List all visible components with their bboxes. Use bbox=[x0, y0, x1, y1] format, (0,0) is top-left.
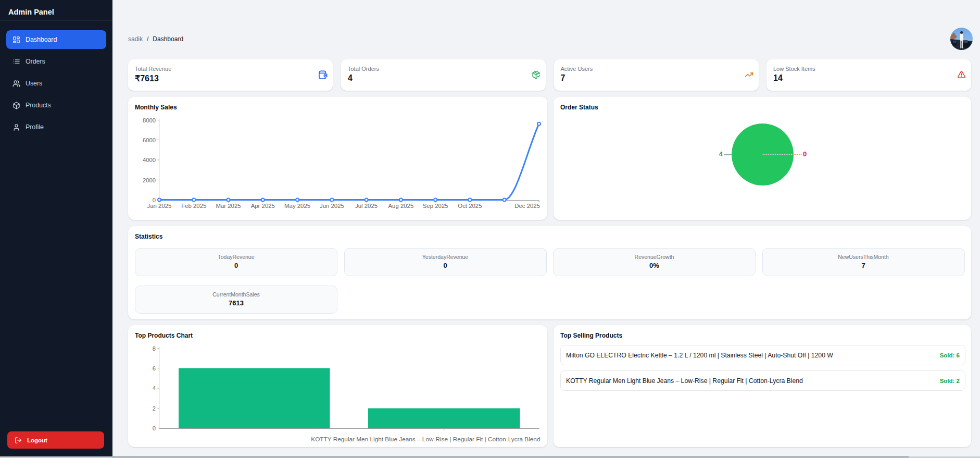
svg-text:Jun 2025: Jun 2025 bbox=[320, 203, 344, 209]
svg-text:Jan 2025: Jan 2025 bbox=[147, 203, 172, 209]
svg-text:4000: 4000 bbox=[143, 157, 156, 163]
svg-text:0: 0 bbox=[153, 425, 156, 431]
svg-text:Sep 2025: Sep 2025 bbox=[423, 203, 448, 209]
svg-text:0: 0 bbox=[153, 197, 156, 203]
svg-text:Mar 2025: Mar 2025 bbox=[216, 203, 241, 209]
svg-text:2000: 2000 bbox=[143, 177, 156, 183]
svg-text:2: 2 bbox=[153, 405, 156, 412]
svg-text:KOTTY Regular Men Light Blue J: KOTTY Regular Men Light Blue Jeans – Low… bbox=[311, 436, 540, 443]
svg-text:6: 6 bbox=[153, 365, 156, 372]
svg-text:6000: 6000 bbox=[143, 137, 156, 143]
svg-text:8000: 8000 bbox=[143, 117, 156, 123]
svg-text:8: 8 bbox=[153, 345, 156, 352]
svg-text:Apr 2025: Apr 2025 bbox=[251, 203, 275, 209]
svg-text:Aug 2025: Aug 2025 bbox=[388, 203, 414, 209]
svg-text:4: 4 bbox=[719, 150, 723, 158]
svg-text:Jul 2025: Jul 2025 bbox=[355, 203, 378, 209]
svg-text:Dec 2025: Dec 2025 bbox=[514, 203, 540, 209]
svg-text:0: 0 bbox=[803, 150, 807, 158]
svg-text:Oct 2025: Oct 2025 bbox=[458, 203, 482, 209]
svg-text:Feb 2025: Feb 2025 bbox=[181, 203, 206, 209]
svg-text:4: 4 bbox=[153, 385, 156, 391]
svg-text:May 2025: May 2025 bbox=[284, 203, 310, 209]
